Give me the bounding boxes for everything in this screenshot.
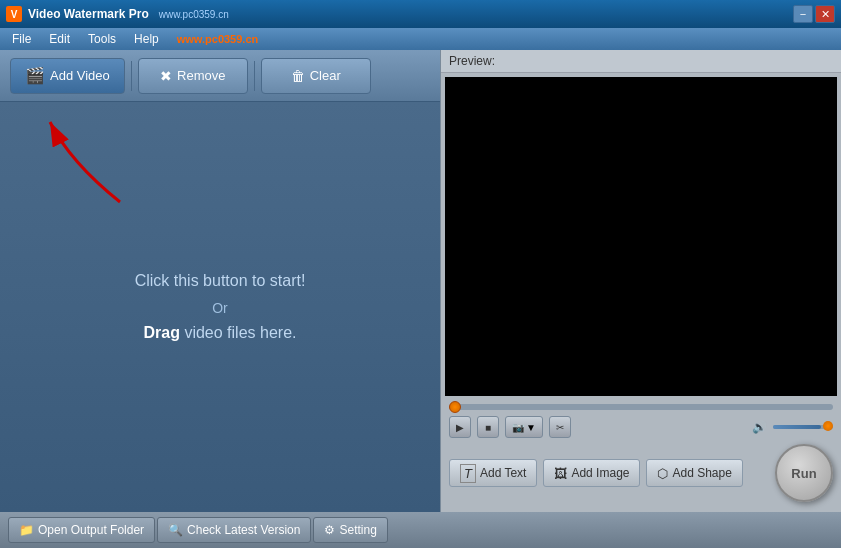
menu-tools[interactable]: Tools [80,30,124,48]
run-button[interactable]: Run [775,444,833,502]
gear-icon: ⚙ [324,523,335,537]
add-video-label: Add Video [50,68,110,83]
menu-edit[interactable]: Edit [41,30,78,48]
toolbar-divider-2 [254,61,255,91]
preview-label: Preview: [441,50,841,73]
remove-icon: ✖ [160,68,172,84]
add-shape-button[interactable]: ⬡ Add Shape [646,459,742,487]
arrow-annotation [40,112,160,212]
remove-label: Remove [177,68,225,83]
controls-row: ▶ ■ 📷 ▼ ✂ 🔊 [449,416,833,438]
video-controls-area: ▶ ■ 📷 ▼ ✂ 🔊 T Add Text [441,400,841,512]
volume-thumb[interactable] [823,421,833,431]
camera-dropdown-icon: ▼ [526,422,536,433]
add-image-label: Add Image [571,466,629,480]
setting-label: Setting [339,523,376,537]
app-title: Video Watermark Pro [28,7,149,21]
drop-zone-line1: Click this button to start! [135,272,306,290]
progress-bar-container[interactable] [449,404,833,410]
clear-button[interactable]: 🗑 Clear [261,58,371,94]
drop-zone-drag-text: Drag video files here. [144,324,297,342]
drop-zone[interactable]: Click this button to start! Or Drag vide… [0,102,440,512]
toolbar-divider-1 [131,61,132,91]
shape-icon: ⬡ [657,466,668,481]
progress-thumb[interactable] [449,401,461,413]
add-video-icon: 🎬 [25,66,45,85]
scissors-button[interactable]: ✂ [549,416,571,438]
main-window: 🎬 Add Video ✖ Remove 🗑 Clear [0,50,841,512]
minimize-button[interactable]: − [793,5,813,23]
setting-button[interactable]: ⚙ Setting [313,517,387,543]
status-bar: 📁 Open Output Folder 🔍 Check Latest Vers… [0,512,841,548]
volume-icon: 🔊 [752,420,767,434]
check-version-button[interactable]: 🔍 Check Latest Version [157,517,311,543]
camera-button[interactable]: 📷 ▼ [505,416,543,438]
play-button[interactable]: ▶ [449,416,471,438]
run-label: Run [791,466,816,481]
check-version-label: Check Latest Version [187,523,300,537]
volume-fill [773,425,821,429]
add-text-label: Add Text [480,466,526,480]
menu-help[interactable]: Help [126,30,167,48]
menu-bar: File Edit Tools Help www.pc0359.cn [0,28,841,50]
search-icon: 🔍 [168,523,183,537]
menu-file[interactable]: File [4,30,39,48]
add-image-button[interactable]: 🖼 Add Image [543,459,640,487]
title-bar-controls: − ✕ [793,5,835,23]
open-folder-button[interactable]: 📁 Open Output Folder [8,517,155,543]
website-label: www.pc0359.cn [177,33,259,45]
left-panel: 🎬 Add Video ✖ Remove 🗑 Clear [0,50,440,512]
add-text-button[interactable]: T Add Text [449,459,537,487]
title-bar: V Video Watermark Pro www.pc0359.cn − ✕ [0,0,841,28]
clear-icon: 🗑 [291,68,305,84]
volume-bar[interactable] [773,425,833,429]
add-video-button[interactable]: 🎬 Add Video [10,58,125,94]
folder-icon: 📁 [19,523,34,537]
image-icon: 🖼 [554,466,567,481]
clear-label: Clear [310,68,341,83]
drop-zone-or: Or [212,300,228,316]
close-button[interactable]: ✕ [815,5,835,23]
text-icon: T [460,464,476,483]
drag-rest: video files here. [180,324,297,341]
preview-screen [445,77,837,396]
camera-icon: 📷 [512,422,524,433]
right-panel: Preview: ▶ ■ 📷 ▼ ✂ 🔊 [440,50,841,512]
remove-button[interactable]: ✖ Remove [138,58,248,94]
title-watermark: www.pc0359.cn [159,9,229,20]
title-bar-left: V Video Watermark Pro www.pc0359.cn [6,6,229,22]
app-icon: V [6,6,22,22]
stop-button[interactable]: ■ [477,416,499,438]
watermark-buttons-row: T Add Text 🖼 Add Image ⬡ Add Shape Run [449,444,833,502]
drag-bold: Drag [144,324,180,341]
add-shape-label: Add Shape [672,466,731,480]
toolbar: 🎬 Add Video ✖ Remove 🗑 Clear [0,50,440,102]
open-folder-label: Open Output Folder [38,523,144,537]
progress-bar[interactable] [449,404,833,410]
